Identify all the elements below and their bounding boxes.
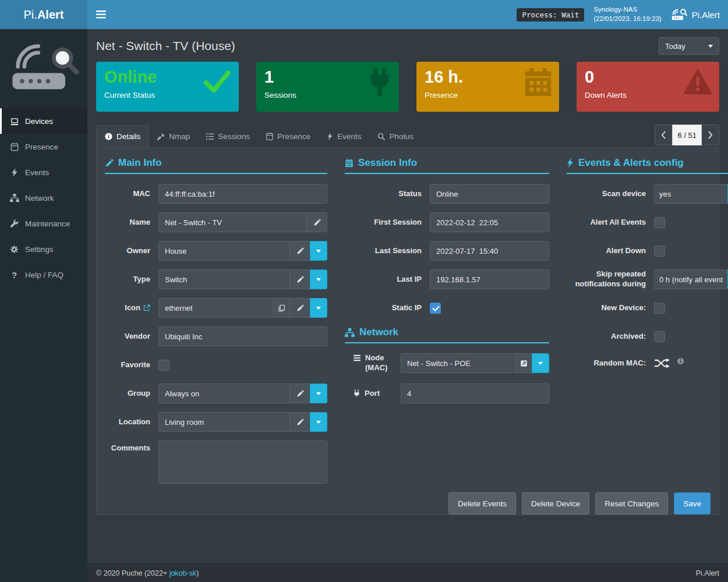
last-session-input[interactable] [430, 241, 549, 261]
static-ip-checkbox[interactable] [430, 303, 441, 314]
owner-label: Owner [105, 246, 158, 256]
hamburger-icon [96, 10, 106, 19]
type-input[interactable] [158, 269, 290, 289]
type-dropdown-button[interactable] [310, 269, 327, 289]
vendor-label: Vendor [105, 332, 158, 342]
open-node-button[interactable] [515, 353, 532, 373]
host-name: Synology-NAS [593, 5, 661, 15]
edit-owner-button[interactable] [289, 241, 310, 261]
tab-presence[interactable]: Presence [258, 125, 319, 147]
tab-pholus[interactable]: Pholus [369, 125, 421, 147]
skip-notifications-select[interactable]: 0 h (notify all event [654, 269, 728, 289]
laptop-icon [9, 117, 19, 126]
archived-label: Archived: [567, 332, 654, 342]
last-ip-input[interactable] [430, 269, 549, 289]
save-button[interactable]: Save [674, 492, 711, 514]
icon-dropdown-button[interactable] [310, 298, 327, 318]
logo-bold: Alert [37, 8, 64, 22]
port-plug-icon [353, 389, 361, 397]
group-dropdown-button[interactable] [310, 384, 327, 403]
icon-input[interactable] [158, 298, 274, 318]
group-input[interactable] [158, 384, 290, 403]
router-scan-icon [671, 8, 687, 22]
tab-label: Presence [277, 132, 310, 141]
header-brand-label: Pi.Alert [692, 10, 720, 20]
archived-checkbox[interactable] [654, 331, 665, 342]
favorite-checkbox[interactable] [158, 360, 169, 371]
edit-type-button[interactable] [289, 269, 310, 289]
next-device-button[interactable] [701, 125, 719, 146]
tab-sessions[interactable]: Sessions [198, 125, 258, 147]
chevron-down-icon [316, 278, 321, 281]
delete-events-button[interactable]: Delete Events [448, 492, 516, 514]
location-input[interactable] [158, 412, 290, 432]
info-circle-icon [105, 133, 112, 140]
static-ip-label: Static IP [345, 303, 430, 313]
alert-all-events-checkbox[interactable] [654, 217, 665, 228]
status-input[interactable] [430, 184, 549, 204]
sidebar-item-maintenance[interactable]: Maintenance [0, 211, 87, 236]
sidebar-item-events[interactable]: Events [0, 159, 87, 185]
vendor-input[interactable] [158, 327, 327, 346]
alert-down-checkbox[interactable] [654, 246, 665, 257]
section-events-alerts: Events & Alerts config [567, 157, 728, 174]
edit-group-button[interactable] [289, 384, 310, 403]
calendar-icon [266, 133, 273, 140]
edit-icon-button[interactable] [289, 298, 310, 318]
tab-label: Details [116, 132, 140, 141]
name-input[interactable] [158, 212, 307, 232]
edit-location-button[interactable] [289, 412, 310, 432]
last-session-label: Last Session [345, 246, 430, 256]
comments-textarea[interactable] [158, 441, 327, 484]
calendar-icon [523, 67, 553, 98]
location-dropdown-button[interactable] [310, 412, 327, 432]
edit-name-button[interactable] [306, 212, 327, 232]
mac-label: MAC [105, 189, 158, 199]
node-dropdown-button[interactable] [532, 353, 549, 373]
host-timestamp: (22/01/2023, 16:19:23) [593, 15, 661, 24]
host-info: Synology-NAS (22/01/2023, 16:19:23) [593, 5, 661, 23]
shuffle-icon [654, 357, 670, 369]
card-current-status: Online Current Status [96, 62, 239, 112]
tab-events[interactable]: Events [319, 125, 369, 147]
app-logo[interactable]: Pi.Alert [0, 0, 87, 29]
reset-changes-button[interactable]: Reset Changes [595, 492, 668, 514]
copy-icon-button[interactable] [273, 298, 290, 318]
tab-details[interactable]: Details [96, 125, 149, 147]
tab-nmap[interactable]: Nmap [149, 125, 198, 147]
node-mac-input[interactable] [401, 353, 516, 373]
scan-device-select[interactable]: yes [654, 184, 728, 204]
box-arrow-icon [520, 360, 528, 367]
owner-input[interactable] [158, 241, 290, 261]
section-title: Events & Alerts config [578, 157, 684, 169]
period-select-value: Today [665, 42, 685, 51]
comments-label: Comments [105, 441, 158, 453]
tab-label: Nmap [169, 132, 190, 141]
new-device-checkbox[interactable] [654, 303, 665, 314]
chevron-down-icon [708, 45, 713, 48]
sidebar-item-settings[interactable]: Settings [0, 236, 87, 262]
sidebar-item-devices[interactable]: Devices [0, 108, 87, 134]
gear-icon [9, 245, 19, 254]
external-link-icon[interactable] [143, 304, 150, 311]
prev-device-button[interactable] [655, 125, 673, 146]
owner-dropdown-button[interactable] [310, 241, 327, 261]
hammer-icon [157, 133, 165, 140]
mac-input[interactable] [158, 184, 327, 204]
pencil-icon [105, 159, 114, 168]
info-icon[interactable] [677, 357, 684, 365]
calendar-icon [9, 143, 19, 151]
jokob-sk-link[interactable]: jokob-sk [169, 569, 197, 577]
delete-device-button[interactable]: Delete Device [522, 492, 589, 514]
device-pager: 6 / 51 [655, 125, 719, 146]
first-session-input[interactable] [430, 212, 549, 232]
port-input[interactable] [401, 384, 549, 403]
period-select[interactable]: Today [659, 37, 719, 55]
pencil-icon [296, 304, 304, 312]
sidebar-item-label: Help / FAQ [25, 271, 63, 279]
sidebar-item-network[interactable]: Network [0, 185, 87, 211]
sidebar-toggle-button[interactable] [87, 0, 114, 29]
calendar-icon [345, 159, 354, 168]
sidebar-item-presence[interactable]: Presence [0, 134, 87, 159]
sidebar-item-help[interactable]: ? Help / FAQ [0, 262, 87, 288]
